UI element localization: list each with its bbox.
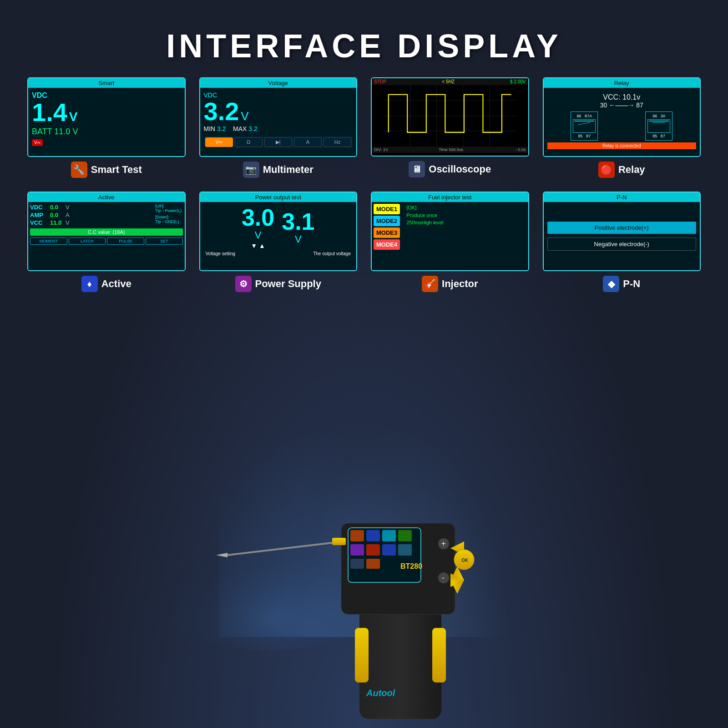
svg-rect-17 [350, 544, 364, 556]
injector-mode1[interactable]: MODE1 [374, 204, 400, 214]
svg-rect-20 [398, 544, 412, 556]
svg-rect-19 [382, 544, 396, 556]
svg-rect-18 [366, 544, 380, 556]
pn-icon: ◆ [603, 276, 619, 292]
pn-label: ◆ P-N [603, 276, 640, 292]
mode-amp[interactable]: A [294, 137, 322, 147]
smart-v: V [69, 111, 78, 123]
active-screen: Active VDC 0.0 V AMP 0.0 A [27, 192, 186, 271]
smart-screen: Smart VDC 1.4 V BATT 11.0 V V═ [27, 77, 186, 157]
pn-screen: P-N Positive electrode(+) Negative elect… [543, 192, 701, 271]
svg-rect-36 [332, 538, 346, 545]
svg-rect-22 [366, 559, 380, 569]
active-readings: VDC 0.0 V AMP 0.0 A VCC 11.0 V [30, 204, 153, 227]
injector-label: 🎸 Injector [422, 276, 478, 292]
active-tips: [UP]: Tip→Power(L). [Down]: Tip→GND(L) [155, 204, 182, 227]
injector-body: MODE1 MODE2 MODE3 MODE4 [OK]: Produce on… [372, 202, 528, 270]
svg-rect-8 [359, 601, 441, 719]
injector-mode2[interactable]: MODE2 [374, 216, 400, 226]
svg-rect-9 [355, 628, 369, 682]
smart-volt-icon: V═ [32, 139, 43, 146]
relay-diag-left: 86 87A 85 87 [571, 111, 598, 141]
power-screen: Power output test 3.0 V ▼ ▲ 3.1 V Voltag… [199, 192, 358, 271]
active-body: VDC 0.0 V AMP 0.0 A VCC 11.0 V [28, 202, 185, 270]
active-label: ♦ Active [81, 276, 131, 292]
page-title: INTERFACE DISPLAY [0, 27, 728, 65]
multimeter-icon: 📷 [243, 162, 259, 178]
power-icon: ⚙ [235, 276, 252, 292]
power-voltage-setting: 3.0 [242, 206, 274, 229]
oscilloscope-label: 🖥 Oscilloscope [409, 161, 491, 177]
osc-bottom-bar: DIV- 1V Time 500.0us →0.0s [372, 147, 528, 153]
power-body: 3.0 V ▼ ▲ 3.1 V Voltage setting The outp… [200, 202, 357, 270]
svg-text:BT280: BT280 [400, 562, 422, 570]
multi-big-num: 3.2 [204, 99, 239, 124]
injector-header: Fuel injector test [372, 192, 528, 202]
injector-desc-area: [OK]: Produce once 250msHigh level [406, 204, 443, 250]
pn-header: P-N [544, 192, 700, 202]
pn-positive: Positive electrode(+) [547, 222, 697, 234]
panels-grid: Smart VDC 1.4 V BATT 11.0 V V═ 🔧 Smart T… [27, 77, 701, 292]
injector-content: MODE1 MODE2 MODE3 MODE4 [OK]: Produce on… [374, 204, 526, 250]
osc-freq: < 5HZ [442, 79, 455, 84]
mode-ohm[interactable]: Ω [235, 137, 263, 147]
relay-icon: 🔴 [598, 162, 615, 178]
svg-text:-: - [442, 574, 444, 581]
injector-desc2: 250msHigh level [406, 219, 443, 227]
multi-min-val: 3.2 [217, 125, 226, 132]
relay-vcc: VCC: 10.1v [547, 93, 697, 101]
active-moment-btn[interactable]: MOMENT [30, 238, 67, 245]
smart-icon: 🔧 [71, 162, 87, 178]
panel-active: Active VDC 0.0 V AMP 0.0 A [27, 192, 186, 292]
svg-text:+: + [441, 540, 445, 547]
multi-max-val: 3.2 [248, 125, 257, 132]
active-set-btn[interactable]: SET [146, 238, 183, 245]
power-label: ⚙ Power Supply [235, 276, 321, 292]
relay-header: Relay [544, 78, 700, 88]
osc-body: STOP < 5HZ $ 2.00V [372, 78, 528, 156]
active-buttons: MOMENT LATCH PULSE SET [30, 238, 183, 245]
mode-voltage[interactable]: V═ [205, 137, 233, 147]
injector-mode3[interactable]: MODE3 [374, 228, 400, 238]
mode-hz[interactable]: Hz [324, 137, 351, 147]
osc-svg [372, 85, 528, 147]
multimeter-header: Voltage [200, 78, 357, 88]
relay-connected-status: Relay is connected [547, 142, 697, 149]
injector-desc1: Produce once [406, 212, 443, 219]
multi-v: V [241, 109, 248, 123]
mode-diode[interactable]: ▶| [264, 137, 292, 147]
active-latch-btn[interactable]: LATCH [69, 238, 106, 245]
active-header: Active [28, 192, 185, 202]
svg-rect-14 [366, 530, 380, 541]
injector-icon: 🎸 [422, 276, 438, 292]
osc-top-bar: STOP < 5HZ $ 2.00V [372, 78, 528, 85]
svg-rect-10 [432, 628, 446, 682]
injector-mode4[interactable]: MODE4 [374, 239, 400, 250]
panel-smart: Smart VDC 1.4 V BATT 11.0 V V═ 🔧 Smart T… [27, 77, 186, 178]
multimeter-modes: V═ Ω ▶| A Hz [204, 136, 353, 148]
osc-voltage: $ 2.00V [510, 79, 526, 84]
smart-header: Smart [28, 78, 185, 88]
multimeter-screen: Voltage VDC 3.2 V MIN 3.2 MAX 3.2 V═ Ω [199, 77, 358, 157]
active-row-amp: AMP 0.0 A [30, 212, 153, 218]
injector-screen: Fuel injector test MODE1 MODE2 MODE3 MOD… [371, 192, 529, 271]
panel-relay: Relay VCC: 10.1v 30 ←——→ 87 86 87A 85 87 [543, 77, 701, 178]
panel-oscilloscope: STOP < 5HZ $ 2.00V [371, 77, 529, 178]
active-icon: ♦ [81, 276, 98, 292]
svg-text:OK: OK [461, 558, 469, 563]
device-svg: BT280 OK + - Autool [159, 410, 569, 728]
multimeter-label: 📷 Multimeter [243, 162, 313, 178]
smart-batt: BATT 11.0 V [32, 127, 181, 136]
osc-stop: STOP [374, 79, 386, 84]
active-row-vcc: VCC 11.0 V [30, 219, 153, 226]
active-content: VDC 0.0 V AMP 0.0 A VCC 11.0 V [30, 204, 183, 227]
power-labels: Voltage setting The output voltage [204, 251, 353, 256]
relay-screen: Relay VCC: 10.1v 30 ←——→ 87 86 87A 85 87 [543, 77, 701, 157]
active-pulse-btn[interactable]: PULSE [107, 238, 144, 245]
multimeter-body: VDC 3.2 V MIN 3.2 MAX 3.2 V═ Ω ▶| A [200, 88, 357, 156]
smart-label: 🔧 Smart Test [71, 162, 142, 178]
active-row-vdc: VDC 0.0 V [30, 204, 153, 211]
smart-big-number: 1.4 V [32, 100, 181, 125]
relay-diag-right: 86 30 85 87 [645, 111, 672, 141]
svg-rect-16 [398, 530, 412, 541]
